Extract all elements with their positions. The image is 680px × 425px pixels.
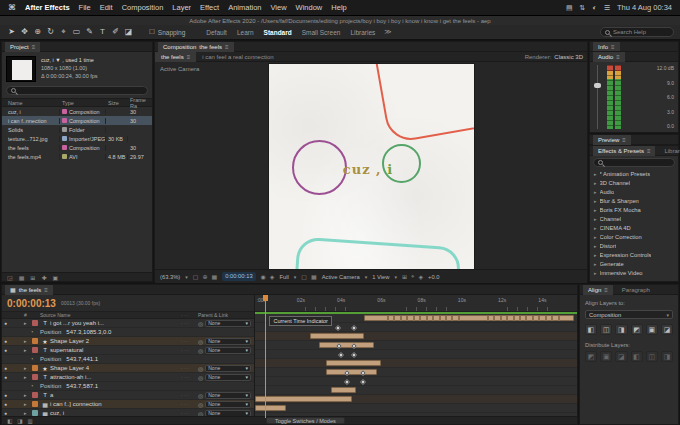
distribute-button[interactable]: ◫ [646,351,658,362]
distribute-button[interactable]: ▣ [600,351,612,362]
parent-select[interactable]: None▾ [205,320,251,327]
pick-whip-icon[interactable]: ◎ [198,347,203,354]
tab-paragraph[interactable]: Paragraph [617,285,655,295]
tab-align[interactable]: Align ≡ [583,285,613,295]
chevron-right-icon[interactable]: ▸ [594,234,597,240]
align-button[interactable]: ◧ [585,324,597,335]
keyframe-tick[interactable] [513,316,515,321]
keyframe-tick[interactable] [426,316,428,321]
panel-menu-icon[interactable]: ≡ [622,137,626,143]
shape-tool-icon[interactable]: ▭ [71,27,82,37]
project-row-the-feels[interactable]: the feelsComposition30 [2,143,152,152]
parent-select[interactable]: None▾ [205,338,251,345]
zoom-select[interactable]: (63.3%) [160,274,180,280]
label-color-chip[interactable] [32,338,38,344]
project-footer-icon[interactable]: ◲ [7,274,13,281]
workspace-learn[interactable]: Learn [237,29,254,36]
layer-duration-bar[interactable] [255,396,352,402]
effects-category-color-correction[interactable]: ▸Color Correction [590,232,678,241]
chevron-right-icon[interactable]: ▸ [594,252,597,258]
eye-icon[interactable]: ● [4,392,7,398]
layer-switches[interactable]: · · · [172,320,198,326]
project-row-texture-712-jpg[interactable]: texture...712.jpgImporter/JPEG30 KB [2,134,152,143]
keyframe-tick[interactable] [500,316,502,321]
layer-row-shape-layer-2[interactable]: ●▸★Shape Layer 2· · ·◎None▾ [2,337,254,346]
layer-name[interactable]: a [50,392,172,398]
tab-project[interactable]: Project ≡ [5,42,40,52]
eye-icon[interactable]: ● [4,320,7,326]
graph-row[interactable] [255,386,577,395]
menubar-item-edit[interactable]: Edit [100,3,113,12]
layer-row-shape-layer-4[interactable]: ●▸★Shape Layer 4· · ·◎None▾ [2,364,254,373]
align-button[interactable]: ◨ [615,324,627,335]
keyframe-tick[interactable] [419,316,421,321]
align-button[interactable]: ◫ [600,324,612,335]
resolution-select[interactable]: Full [279,274,288,280]
keyframe-icon[interactable] [338,352,344,358]
workspace-standard[interactable]: Standard [264,29,292,36]
statusbar-icon[interactable]: ◉ [261,273,266,280]
property-row[interactable]: ◔Position543.7,587.1 [2,382,254,391]
keyframe-tick[interactable] [387,316,389,321]
pick-whip-icon[interactable]: ◎ [198,320,203,327]
chevron-right-icon[interactable]: ▸ [594,225,597,231]
keyframe-tick[interactable] [532,316,534,321]
keyframe-tick[interactable] [506,316,508,321]
property-name[interactable]: Position [40,383,61,389]
chevron-right-icon[interactable]: ▸ [594,198,597,204]
layer-switches[interactable]: · · · [172,401,198,407]
pick-whip-icon[interactable]: ◎ [198,338,203,345]
current-time-indicator[interactable] [265,295,266,418]
align-button[interactable]: ◪ [661,324,673,335]
property-name[interactable]: Position [40,329,61,335]
layer-switches[interactable]: · · · [172,374,198,380]
parent-select[interactable]: None▾ [205,392,251,399]
chevron-right-icon[interactable]: ▸ [594,270,597,276]
pick-whip-icon[interactable]: ◎ [198,365,203,372]
menubar-status-icon[interactable]: ◐ [592,4,596,12]
chevron-right-icon[interactable]: ▸ [594,171,597,177]
tab-composition[interactable]: Composition the feels ≡ [158,42,234,52]
keyframe-tick[interactable] [558,316,560,321]
layer-duration-bar[interactable] [364,315,573,321]
menubar-item-help[interactable]: Help [331,3,346,12]
app-menu[interactable]: After Effects [25,3,70,12]
layer-row-supernatural[interactable]: ●▸Tsupernatural· · ·◎None▾ [2,346,254,355]
selection-tool-icon[interactable]: ➤ [6,27,17,37]
current-timecode[interactable]: 0:00:00:13 [7,298,56,309]
eye-icon[interactable]: ● [4,338,7,344]
keyframe-icon[interactable] [344,379,350,385]
panel-menu-icon[interactable]: ≡ [44,287,48,293]
layer-row-i-can-f-connection[interactable]: ●▸▦i can f..] connection· · ·◎None▾ [2,400,254,409]
rounded-rect-orange-shape[interactable] [364,64,474,144]
workspace-libraries[interactable]: Libraries [350,29,375,36]
distribute-button[interactable]: ◪ [615,351,627,362]
layer-duration-bar[interactable] [326,360,381,366]
parent-select[interactable]: None▾ [205,365,251,372]
effects-category-blur-sharpen[interactable]: ▸Blur & Sharpen [590,196,678,205]
property-value[interactable]: 543.7,441.1 [66,356,198,362]
effects-category-immersive-video[interactable]: ▸Immersive Video [590,268,678,277]
label-color-chip[interactable] [32,374,38,380]
distribute-button[interactable]: ◩ [585,351,597,362]
distribute-button[interactable]: ◧ [631,351,643,362]
type-tool-icon[interactable]: T [97,27,108,37]
timeline-footer-icon[interactable]: ▥ [27,418,32,424]
keyframe-tick[interactable] [432,316,434,321]
view-count-select[interactable]: 1 View [372,274,389,280]
menubar-item-layer[interactable]: Layer [172,3,191,12]
tab-timeline-the-feels[interactable]: ▦ the feels ≡ [5,285,53,295]
pick-whip-icon[interactable]: ◎ [198,374,203,381]
eye-icon[interactable]: ● [4,365,7,371]
chevron-right-icon[interactable]: ▸ [594,261,597,267]
layer-duration-bar[interactable] [331,387,357,393]
keyframe-tick[interactable] [519,316,521,321]
menubar-item-window[interactable]: Window [296,3,323,12]
keyframe-tick[interactable] [493,316,495,321]
statusbar-icon[interactable]: ⌖ [411,273,414,280]
menubar-status-icon[interactable]: ☰ [604,4,610,12]
hand-tool-icon[interactable]: ✥ [19,27,30,37]
source-name-header[interactable]: Source Name [40,312,172,318]
zoom-tool-icon[interactable]: ⊕ [32,27,43,37]
layer-duration-bar[interactable] [310,333,365,339]
